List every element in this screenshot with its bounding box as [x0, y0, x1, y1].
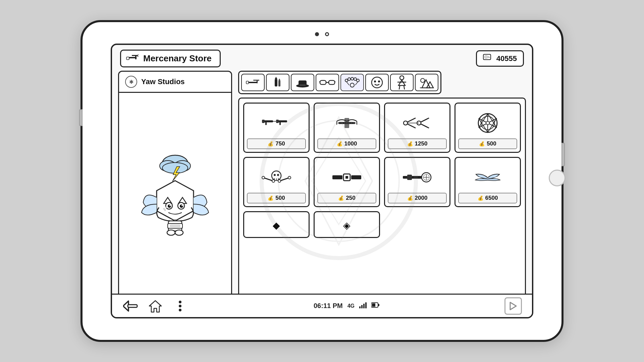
svg-rect-120: [407, 175, 412, 180]
svg-point-25: [180, 204, 183, 208]
price-icon-4: 💰: [479, 141, 485, 146]
studio-name: Yaw Studios: [141, 77, 185, 86]
more-button[interactable]: [172, 298, 189, 314]
svg-rect-41: [253, 80, 259, 81]
price-value-3: 1250: [415, 140, 428, 147]
shop-panel: 💰 750: [238, 71, 526, 316]
currency-amount: 40555: [496, 54, 517, 63]
item-price-4: 💰 500: [458, 138, 517, 149]
svg-rect-117: [345, 176, 348, 179]
svg-point-66: [378, 80, 380, 82]
svg-point-107: [277, 174, 279, 176]
item-image-twin-blade: [388, 108, 447, 138]
category-tabs: [238, 71, 441, 94]
svg-point-61: [350, 83, 354, 87]
item-card-partial-1[interactable]: ◆: [243, 211, 310, 238]
svg-point-104: [486, 121, 489, 125]
price-icon-2: 💰: [337, 141, 342, 146]
tab-face[interactable]: [365, 74, 389, 91]
svg-rect-81: [279, 122, 281, 125]
store-title-box: Mercenary Store: [120, 50, 221, 67]
item-card-star-badge[interactable]: 💰 500: [454, 103, 521, 153]
svg-rect-13: [488, 57, 490, 58]
bottom-bar: 06:11 PM 4G: [112, 294, 532, 317]
bottom-left-btns: [122, 298, 189, 314]
price-value-2: 1000: [344, 140, 357, 147]
tab-weapons[interactable]: [241, 74, 265, 91]
nav-dot-right[interactable]: [325, 32, 329, 36]
signal-bars: [359, 302, 367, 310]
svg-point-24: [168, 204, 171, 208]
svg-point-114: [278, 180, 281, 182]
price-icon-3: 💰: [407, 141, 413, 146]
tab-figure[interactable]: [390, 74, 414, 91]
svg-point-136: [179, 309, 181, 311]
svg-point-28: [165, 207, 167, 208]
svg-rect-11: [485, 56, 487, 58]
tab-hat[interactable]: [291, 74, 314, 91]
item-card-dual-pistol[interactable]: 💰 750: [243, 103, 310, 153]
tab-scenery[interactable]: [415, 74, 438, 91]
item-image-rifle-scope: [388, 162, 447, 193]
home-button-side[interactable]: [549, 170, 566, 186]
svg-point-67: [400, 76, 404, 80]
svg-marker-68: [398, 80, 405, 85]
svg-point-37: [175, 230, 183, 235]
store-title: Mercenary Store: [143, 53, 212, 64]
item-card-skull[interactable]: 💰 500: [243, 157, 310, 207]
svg-point-106: [274, 174, 276, 176]
power-button[interactable]: [561, 143, 565, 166]
items-grid-container[interactable]: 💰 750: [238, 98, 526, 316]
home-button[interactable]: [147, 298, 164, 314]
item-card-twin-blade[interactable]: 💰 1250: [384, 103, 450, 153]
price-icon-7: 💰: [407, 195, 413, 201]
svg-rect-44: [275, 79, 277, 86]
svg-point-30: [164, 209, 166, 211]
tab-glasses[interactable]: [316, 74, 339, 91]
item-card-partial-2[interactable]: ◈: [314, 211, 380, 238]
tablet: Mercenary Store 40555 ✱: [80, 20, 564, 342]
svg-line-70: [399, 85, 400, 89]
character-svg: [131, 150, 219, 258]
svg-point-74: [421, 78, 425, 82]
nav-dot-left[interactable]: [315, 32, 319, 36]
tab-necklace[interactable]: [340, 74, 364, 91]
svg-rect-7: [126, 57, 129, 60]
svg-rect-138: [361, 305, 363, 308]
svg-rect-12: [488, 56, 489, 57]
item-card-wings[interactable]: 💰 6500: [454, 157, 521, 207]
svg-marker-144: [510, 302, 516, 310]
svg-rect-5: [132, 55, 138, 56]
svg-point-111: [272, 180, 275, 182]
panels: ✱ Yaw Studios: [112, 71, 532, 316]
battery-icon: [371, 302, 379, 310]
play-button[interactable]: [504, 297, 522, 315]
svg-line-62: [346, 82, 349, 85]
time-display: 06:11 PM: [314, 302, 343, 310]
item-card-belt[interactable]: 💰 250: [314, 157, 380, 207]
item-price-3: 💰 1250: [388, 138, 447, 149]
volume-button[interactable]: [79, 109, 83, 126]
item-card-rifle-scope[interactable]: 💰 2000: [384, 157, 450, 207]
svg-rect-42: [257, 81, 258, 83]
price-icon-5: 💰: [268, 195, 273, 201]
svg-point-56: [345, 79, 348, 82]
nav-dots: [315, 32, 329, 36]
svg-rect-132: [128, 305, 137, 307]
item-card-crossbow[interactable]: 💰 1000: [314, 103, 380, 153]
item-price-8: 💰 6500: [458, 193, 517, 203]
svg-rect-46: [278, 80, 280, 86]
item-image-partial-1: ◆: [247, 216, 306, 234]
svg-rect-43: [246, 81, 249, 84]
studio-icon: ✱: [125, 76, 137, 88]
rifle-icon: [126, 54, 139, 63]
price-value-6: 250: [346, 195, 355, 201]
svg-point-59: [354, 78, 357, 80]
tab-ammo[interactable]: [266, 74, 289, 91]
svg-rect-143: [378, 304, 379, 306]
svg-point-58: [351, 77, 354, 80]
item-price-1: 💰 750: [247, 138, 306, 149]
svg-point-134: [179, 301, 181, 303]
svg-point-57: [348, 78, 351, 80]
back-button[interactable]: [122, 298, 139, 314]
